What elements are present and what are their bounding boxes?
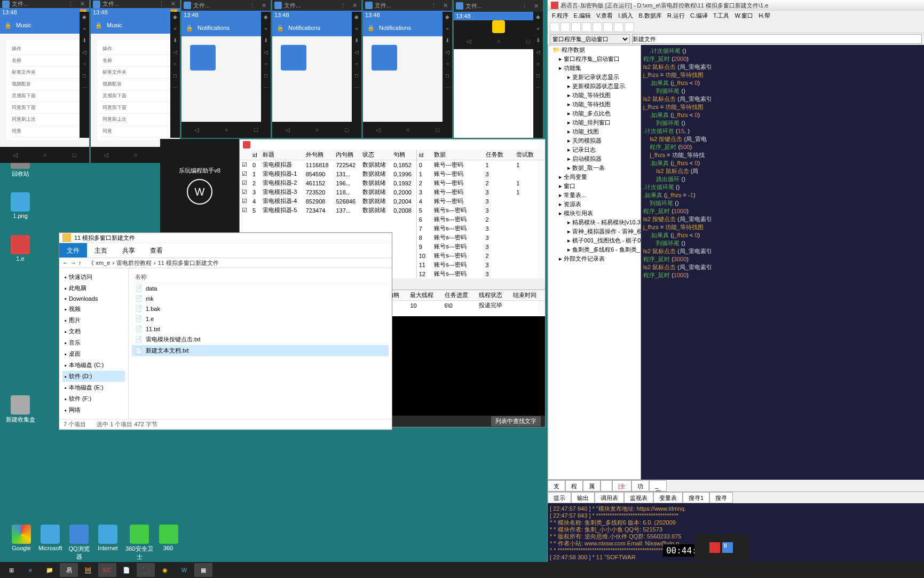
shortcut-360[interactable]: 360 xyxy=(163,545,173,551)
sidebar-icon[interactable]: □ xyxy=(262,73,270,80)
tab-search1[interactable]: 搜寻1 xyxy=(683,492,709,503)
nav-item[interactable]: ▪本地磁盘 (C:) xyxy=(62,360,125,371)
sidebar-icon[interactable]: ⬇ xyxy=(171,37,179,45)
tab-vars[interactable]: 变量表 xyxy=(653,492,683,503)
taskbar-app2[interactable]: ⬛ xyxy=(137,563,155,577)
table-row[interactable]: ☑1雷电模拟器-1854590131...数据就绪0,1996 xyxy=(240,169,416,178)
sidebar-icon[interactable]: □ xyxy=(171,73,179,80)
tree-node[interactable]: ▸ 功能集 xyxy=(548,64,641,73)
tab-func-set[interactable]: 功能集 xyxy=(631,480,649,491)
tree-node[interactable]: ▸ 启动模拟器 xyxy=(548,154,641,163)
tab-hint[interactable]: 提示 xyxy=(548,492,571,503)
file-item[interactable]: 📄雷电模块按键点击.txt xyxy=(132,334,389,345)
taskbar-app[interactable]: EC xyxy=(98,563,116,577)
tree-node[interactable]: ▸ 功能_找图 xyxy=(548,127,641,136)
nav-back-icon[interactable]: ◁ xyxy=(467,38,471,45)
sidebar-icon[interactable]: « xyxy=(353,26,360,33)
toolbar-button[interactable] xyxy=(593,22,602,32)
emulator-window-4[interactable]: 文件...⋮✕13:48📶🔒Notifications◁○□◆«⬇◁○□⋯ xyxy=(363,0,452,138)
menu-item[interactable]: C.编译 xyxy=(688,11,710,21)
toolbar-button[interactable] xyxy=(560,22,570,32)
nav-back-icon[interactable]: ◁ xyxy=(285,127,289,134)
sidebar-icon[interactable]: ◆ xyxy=(444,14,451,21)
table-row[interactable]: 8账号s---密码3 xyxy=(417,233,545,242)
sidebar-icon[interactable]: ⋯ xyxy=(262,84,270,92)
ribbon-share[interactable]: 共享 xyxy=(115,243,143,257)
nav-back-icon[interactable]: ◁ xyxy=(13,152,17,159)
shortcut-360safe[interactable]: 360安全卫士 xyxy=(125,545,153,560)
table-row[interactable]: 9账号s---密码3 xyxy=(417,242,545,251)
file-item[interactable]: 📄mk xyxy=(132,293,389,303)
emulator-window-5[interactable]: 文件...⋮✕13:48📶◁○□◆«⬇◁○□⋯ xyxy=(454,0,543,138)
table-row[interactable]: 11账号s---密码3 xyxy=(417,260,545,269)
nav-home-icon[interactable]: ○ xyxy=(134,152,138,158)
sidebar-icon[interactable]: ○ xyxy=(444,61,451,68)
nav-back-icon[interactable]: ◁ xyxy=(376,127,380,134)
nav-back-icon[interactable]: ◁ xyxy=(104,152,108,159)
nav-home-icon[interactable]: ○ xyxy=(406,127,410,133)
sidebar-icon[interactable]: ◆ xyxy=(81,14,88,21)
desktop-icon-box[interactable]: 新建收集盒 xyxy=(4,395,36,424)
tree-node[interactable]: ▸ 常量表... xyxy=(548,191,641,200)
nav-home-icon[interactable]: ○ xyxy=(315,127,319,133)
tab-search[interactable]: 搜寻 xyxy=(709,492,733,503)
emulator-window-2[interactable]: 文件...⋮✕13:48📶🔒Notifications◁○□◆«⬇◁○□⋯ xyxy=(181,0,271,138)
sidebar-icon[interactable]: □ xyxy=(444,73,451,80)
minimize-icon[interactable]: ⋮ xyxy=(156,1,166,7)
tree-root[interactable]: 📁 程序数据 xyxy=(548,45,641,54)
explorer-titlebar[interactable]: 11 模拟多窗口新建文件 xyxy=(59,233,392,243)
tree-node[interactable]: ▸ 数据_取一条 xyxy=(548,163,641,173)
table-row[interactable]: 12账号s---密码3 xyxy=(417,269,545,278)
sidebar-icon[interactable]: □ xyxy=(534,73,542,80)
ide-project-tree[interactable]: 📁 程序数据▸ 窗口程序集_启动窗口▸ 功能集▸ 更新记录状态显示▸ 更新模拟器… xyxy=(548,45,641,480)
table-row[interactable]: 6账号s---密码2 xyxy=(417,215,545,224)
explorer-address-bar[interactable]: ← → ↑ 《 xm_e › 雷电群控教程 › 11 模拟多窗口新建文件 xyxy=(59,258,392,268)
sidebar-icon[interactable]: ⬇ xyxy=(444,37,451,45)
toolbar-button[interactable] xyxy=(582,22,591,32)
sidebar-icon[interactable]: ○ xyxy=(171,61,179,68)
ide-code-editor[interactable]: .计次循环尾 ()程序_延时 (2000)ls2 鼠标点击 (局_雷电索引j_f… xyxy=(641,45,924,480)
sidebar-icon[interactable]: ⋯ xyxy=(534,84,542,92)
minimize-icon[interactable]: ⋮ xyxy=(247,2,257,9)
sidebar-icon[interactable]: ◆ xyxy=(353,14,360,21)
taskbar-notepad[interactable]: 📄 xyxy=(117,563,136,577)
shortcut-google[interactable]: Google xyxy=(12,545,30,551)
tab-output[interactable]: 输出 xyxy=(571,492,595,503)
table-row[interactable]: 3账号---密码31 xyxy=(417,188,545,197)
sidebar-icon[interactable]: ○ xyxy=(81,61,88,68)
close-icon[interactable]: ✕ xyxy=(440,2,450,9)
ribbon-file[interactable]: 文件 xyxy=(59,243,87,257)
table-row[interactable]: ☑5雷电模拟器-5723474137...数据就绪0,2008 xyxy=(240,206,416,215)
nav-item[interactable]: ▪Downloads xyxy=(62,294,125,303)
menu-item[interactable]: E.编辑 xyxy=(572,11,593,21)
ribbon-home[interactable]: 主页 xyxy=(87,243,115,257)
tree-node[interactable]: ▸ 棋子001_找图找色 - 棋子00 xyxy=(548,236,641,245)
tab-support-lib[interactable]: 支持库 xyxy=(548,480,565,491)
nav-item[interactable]: ▪桌面 xyxy=(62,348,125,360)
nav-item[interactable]: ▪音乐 xyxy=(62,337,125,348)
breadcrumb[interactable]: 11 模拟多窗口新建文件 xyxy=(158,259,219,267)
menu-item[interactable]: V.查看 xyxy=(594,11,615,21)
explorer-nav-pane[interactable]: ▪快速访问▪此电脑▪Downloads▪视频▪图片▪文档▪音乐▪桌面▪本地磁盘 … xyxy=(59,268,129,419)
close-icon[interactable]: ✕ xyxy=(350,2,359,9)
tab-start-window[interactable]: _启动窗口 xyxy=(649,480,667,491)
close-icon[interactable]: ✕ xyxy=(77,1,87,7)
shortcut-ie[interactable]: Internet xyxy=(98,545,117,551)
table-row[interactable]: ☑3雷电模拟器-3723520118...数据就绪0,2000 xyxy=(240,188,416,197)
explorer-file-list[interactable]: 名称 📄data📄mk📄1.bak📄1.e📄11.txt📄雷电模块按键点击.tx… xyxy=(129,268,392,419)
sidebar-icon[interactable]: « xyxy=(444,26,451,33)
breadcrumb[interactable]: 雷电群控教程 xyxy=(116,259,152,267)
sidebar-icon[interactable]: ○ xyxy=(262,61,270,68)
taskbar-explorer[interactable]: 📁 xyxy=(41,563,59,577)
tree-node[interactable]: ▸ 记录日志 xyxy=(548,145,641,154)
sidebar-icon[interactable]: ◁ xyxy=(353,49,360,57)
file-item[interactable]: 📄1.e xyxy=(132,314,389,324)
shortcut-qq[interactable]: QQ浏览器 xyxy=(68,545,89,560)
tree-node[interactable]: ▸ 功能_等待找图 xyxy=(548,100,641,109)
sidebar-icon[interactable]: ◁ xyxy=(171,49,179,57)
shortcut-edge[interactable]: Microsoft xyxy=(38,545,62,551)
sidebar-icon[interactable]: ⋯ xyxy=(81,84,88,92)
sidebar-icon[interactable]: ⬇ xyxy=(262,37,270,45)
toolbar-button[interactable] xyxy=(614,22,623,32)
ribbon-view[interactable]: 查看 xyxy=(143,243,170,257)
